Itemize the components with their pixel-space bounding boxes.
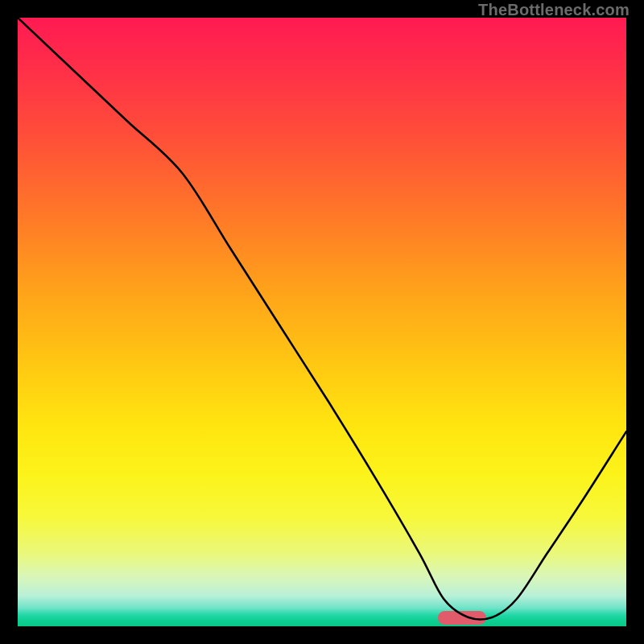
chart-frame: TheBottleneck.com [0,0,644,644]
plot-area [18,18,626,626]
highlight-pill [438,611,486,625]
watermark-text: TheBottleneck.com [478,1,630,19]
background-gradient [18,18,626,626]
